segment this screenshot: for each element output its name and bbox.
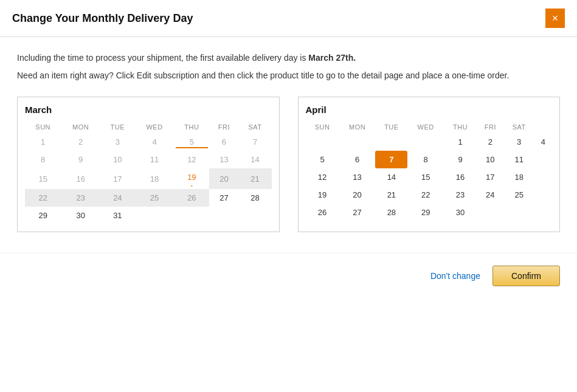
calendar-day[interactable]: 9	[444, 151, 477, 168]
april-calendar: April SUN MON TUE WED THU FRI SAT	[298, 97, 561, 232]
calendar-day[interactable]: 29	[407, 204, 444, 221]
calendar-day[interactable]: 19	[306, 186, 339, 204]
calendar-day[interactable]: 3	[504, 133, 534, 151]
april-header-mon: MON	[339, 121, 376, 133]
calendar-day[interactable]: 8	[407, 151, 444, 168]
calendar-day: 2	[61, 133, 100, 151]
calendar-day[interactable]: 14	[375, 168, 407, 186]
calendar-day: 3	[100, 133, 135, 151]
calendar-day[interactable]: 28	[239, 189, 272, 207]
dialog-body: Including the time to process your shipm…	[0, 37, 577, 247]
calendar-day: 4	[135, 133, 174, 151]
calendar-day[interactable]: 13	[339, 168, 376, 186]
march-header-thu: THU	[174, 121, 209, 133]
calendar-day: 19•	[174, 168, 209, 189]
calendar-day: 16	[61, 168, 100, 189]
calendar-day[interactable]: 25	[504, 186, 534, 204]
april-header-thu: THU	[444, 121, 477, 133]
calendar-day[interactable]: 1	[444, 133, 477, 151]
march-calendar: March SUN MON TUE WED THU FRI SAT	[17, 97, 280, 232]
april-month-label: April	[306, 105, 553, 115]
calendar-day: 1	[25, 133, 61, 151]
march-month-label: March	[25, 105, 272, 115]
table-row: 2627282930	[306, 204, 553, 221]
calendar-day[interactable]: 5	[306, 151, 339, 168]
april-header-tue: TUE	[375, 121, 407, 133]
march-table: SUN MON TUE WED THU FRI SAT 123456789101…	[25, 121, 272, 224]
april-header-wed: WED	[407, 121, 444, 133]
table-row: 891011121314	[25, 151, 272, 168]
april-header-row: SUN MON TUE WED THU FRI SAT	[306, 121, 553, 133]
calendar-day[interactable]: 16	[444, 168, 477, 186]
dialog-header: Change Your Monthly Delivery Day ×	[0, 0, 577, 37]
calendar-day: 23	[61, 189, 100, 207]
april-table: SUN MON TUE WED THU FRI SAT 123456789101…	[306, 121, 553, 221]
calendar-day[interactable]: 31	[100, 207, 135, 224]
calendar-day[interactable]: 28	[375, 204, 407, 221]
calendar-day[interactable]: 20	[339, 186, 376, 204]
calendar-day[interactable]: 27	[209, 189, 238, 207]
calendar-day	[239, 207, 272, 224]
calendar-day[interactable]: 2	[477, 133, 504, 151]
calendar-day	[306, 133, 339, 151]
calendar-day: 6	[209, 133, 238, 151]
calendar-day[interactable]: 27	[339, 204, 376, 221]
calendar-day[interactable]: 30	[444, 204, 477, 221]
calendar-day[interactable]: 26	[306, 204, 339, 221]
calendar-day[interactable]: 11	[504, 151, 534, 168]
calendar-day	[209, 207, 238, 224]
calendar-day: 10	[100, 151, 135, 168]
calendar-day: 9	[61, 151, 100, 168]
april-header-sun: SUN	[306, 121, 339, 133]
table-row: 22232425262728	[25, 189, 272, 207]
calendar-day: 17	[100, 168, 135, 189]
calendar-day[interactable]: 17	[477, 168, 504, 186]
calendar-day[interactable]: 29	[25, 207, 61, 224]
dialog: Change Your Monthly Delivery Day × Inclu…	[0, 0, 577, 298]
calendar-day	[135, 207, 174, 224]
calendar-day[interactable]: 30	[61, 207, 100, 224]
calendar-day: 14	[239, 151, 272, 168]
calendar-day: 21	[239, 168, 272, 189]
calendar-day: 26	[174, 189, 209, 207]
calendar-day[interactable]: 22	[407, 186, 444, 204]
calendar-day: 24	[100, 189, 135, 207]
calendar-day	[174, 207, 209, 224]
calendar-day	[477, 204, 504, 221]
calendar-day[interactable]: 18	[504, 168, 534, 186]
dont-change-button[interactable]: Don't change	[430, 271, 480, 281]
info-text-bold: March 27th.	[308, 53, 356, 63]
calendar-day[interactable]: 12	[306, 168, 339, 186]
calendar-day: 5	[174, 133, 209, 151]
calendar-day: 11	[135, 151, 174, 168]
calendar-day[interactable]: 23	[444, 186, 477, 204]
calendar-day[interactable]: 4	[534, 133, 552, 151]
calendar-day[interactable]: 21	[375, 186, 407, 204]
table-row: 1234567	[25, 133, 272, 151]
calendar-day[interactable]: 6	[339, 151, 376, 168]
close-button[interactable]: ×	[545, 9, 565, 28]
dialog-title: Change Your Monthly Delivery Day	[12, 12, 193, 25]
calendar-day: 8	[25, 151, 61, 168]
calendars-container: March SUN MON TUE WED THU FRI SAT	[17, 97, 560, 232]
calendar-day[interactable]: 7	[375, 151, 407, 168]
calendar-day: 25	[135, 189, 174, 207]
march-header-wed: WED	[135, 121, 174, 133]
calendar-day[interactable]: 15	[407, 168, 444, 186]
march-header-sun: SUN	[25, 121, 61, 133]
dialog-footer: Don't change Confirm	[0, 253, 577, 298]
calendar-day	[375, 133, 407, 151]
table-row: 1516171819•2021	[25, 168, 272, 189]
calendar-day[interactable]: 10	[477, 151, 504, 168]
calendar-day	[407, 133, 444, 151]
table-row: 567891011	[306, 151, 553, 168]
table-row: 12131415161718	[306, 168, 553, 186]
calendar-day[interactable]: 24	[477, 186, 504, 204]
calendar-day	[339, 133, 376, 151]
april-header-sat: SAT	[504, 121, 534, 133]
calendar-day: 15	[25, 168, 61, 189]
march-header-mon: MON	[61, 121, 100, 133]
march-header-sat: SAT	[239, 121, 272, 133]
confirm-button[interactable]: Confirm	[492, 266, 560, 286]
table-row: 1234	[306, 133, 553, 151]
